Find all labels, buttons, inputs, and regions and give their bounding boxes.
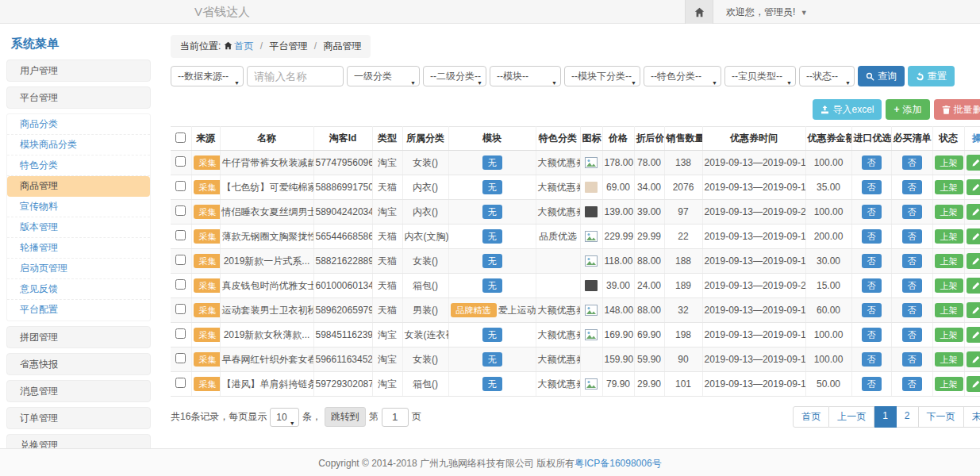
row-checkbox[interactable] — [175, 279, 186, 290]
pager-button[interactable]: 末页 — [964, 406, 980, 428]
jump-page-input[interactable] — [382, 408, 409, 427]
filter-cat1-select[interactable]: 一级分类▼ — [347, 66, 420, 86]
edit-button[interactable] — [967, 302, 980, 318]
module-none-badge[interactable]: 无 — [482, 377, 502, 391]
page-size-select[interactable]: 10 ▼ — [270, 408, 298, 427]
row-checkbox[interactable] — [175, 181, 186, 191]
must-buy-toggle[interactable]: 否 — [902, 229, 922, 244]
module-none-badge[interactable]: 无 — [482, 278, 502, 293]
sidebar-group-item[interactable]: 拼团管理 — [6, 326, 151, 348]
module-brand-badge[interactable]: 品牌精选 — [451, 303, 497, 317]
add-button[interactable]: + 添加 — [886, 99, 929, 120]
pager-button[interactable]: 下一页 — [919, 406, 964, 428]
status-badge[interactable]: 上架 — [935, 278, 963, 293]
pager-button[interactable]: 上一页 — [829, 406, 874, 428]
user-menu[interactable]: 欢迎您，管理员! ▼ — [726, 6, 808, 19]
sidebar-group-item[interactable]: 用户管理 — [6, 60, 151, 82]
import-select-toggle[interactable]: 否 — [862, 155, 882, 170]
row-checkbox[interactable] — [175, 378, 186, 388]
status-badge[interactable]: 上架 — [935, 352, 963, 367]
edit-button[interactable] — [967, 253, 980, 269]
import-select-toggle[interactable]: 否 — [862, 303, 882, 317]
edit-button[interactable] — [967, 327, 980, 343]
status-badge[interactable]: 上架 — [935, 205, 963, 219]
search-button[interactable]: 查询 — [858, 66, 905, 86]
row-checkbox[interactable] — [175, 328, 186, 339]
sidebar-sub-item[interactable]: 商品管理 — [7, 176, 150, 197]
import-select-toggle[interactable]: 否 — [862, 254, 882, 268]
module-none-badge[interactable]: 无 — [482, 328, 502, 342]
edit-button[interactable] — [967, 155, 980, 171]
pager-button[interactable]: 1 — [874, 406, 897, 428]
home-button[interactable] — [685, 0, 713, 24]
module-none-badge[interactable]: 无 — [482, 205, 502, 219]
status-badge[interactable]: 上架 — [935, 377, 963, 391]
status-badge[interactable]: 上架 — [935, 229, 963, 244]
import-select-toggle[interactable]: 否 — [862, 180, 882, 194]
pager-button[interactable]: 首页 — [793, 406, 829, 428]
sidebar-sub-item[interactable]: 版本管理 — [7, 217, 150, 238]
filter-module-select[interactable]: --模块--▼ — [490, 66, 561, 86]
sidebar-group-item[interactable]: 平台管理 — [6, 86, 151, 109]
edit-button[interactable] — [967, 351, 980, 367]
import-select-toggle[interactable]: 否 — [862, 278, 882, 293]
must-buy-toggle[interactable]: 否 — [902, 328, 922, 342]
status-badge[interactable]: 上架 — [935, 328, 963, 342]
status-badge[interactable]: 上架 — [935, 303, 963, 317]
module-none-badge[interactable]: 无 — [482, 254, 502, 268]
must-buy-toggle[interactable]: 否 — [902, 352, 922, 367]
row-checkbox[interactable] — [175, 255, 186, 265]
filter-name-input[interactable] — [247, 66, 344, 86]
import-select-toggle[interactable]: 否 — [862, 229, 882, 244]
row-checkbox[interactable] — [175, 205, 186, 216]
sidebar-sub-item[interactable]: 平台配置 — [7, 300, 150, 321]
sidebar-group-item[interactable]: 订单管理 — [6, 407, 151, 429]
import-select-toggle[interactable]: 否 — [862, 328, 882, 342]
sidebar-group-item[interactable]: 兑换管理 — [6, 434, 151, 448]
sidebar-sub-item[interactable]: 商品分类 — [7, 114, 150, 135]
filter-data-source-select[interactable]: --数据来源--▼ — [171, 66, 244, 86]
pager-button[interactable]: 2 — [897, 406, 919, 428]
import-excel-button[interactable]: 导入excel — [813, 99, 882, 120]
sidebar-sub-item[interactable]: 轮播管理 — [7, 238, 150, 259]
must-buy-toggle[interactable]: 否 — [902, 155, 922, 170]
module-none-badge[interactable]: 无 — [482, 352, 502, 367]
edit-button[interactable] — [967, 179, 980, 195]
sidebar-group-item[interactable]: 省惠快报 — [6, 353, 151, 375]
row-checkbox[interactable] — [175, 353, 186, 363]
sidebar-sub-item[interactable]: 宣传物料 — [7, 197, 150, 217]
row-checkbox[interactable] — [175, 156, 186, 167]
status-badge[interactable]: 上架 — [935, 254, 963, 268]
module-none-badge[interactable]: 无 — [482, 180, 502, 194]
status-badge[interactable]: 上架 — [935, 155, 963, 170]
filter-cat2-select[interactable]: --二级分类--▼ — [423, 66, 486, 86]
edit-button[interactable] — [967, 278, 980, 294]
module-none-badge[interactable]: 无 — [482, 229, 502, 244]
import-select-toggle[interactable]: 否 — [862, 205, 882, 219]
import-select-toggle[interactable]: 否 — [862, 377, 882, 391]
sidebar-sub-item[interactable]: 意见反馈 — [7, 279, 150, 300]
icp-link[interactable]: 粤ICP备16098006号 — [575, 458, 661, 469]
must-buy-toggle[interactable]: 否 — [902, 254, 922, 268]
reset-button[interactable]: 重置 — [908, 66, 955, 86]
sidebar-sub-item[interactable]: 特色分类 — [7, 155, 150, 176]
filter-feature-select[interactable]: --特色分类--▼ — [644, 66, 721, 86]
filter-status-select[interactable]: --状态--▼ — [799, 66, 855, 86]
must-buy-toggle[interactable]: 否 — [902, 205, 922, 219]
must-buy-toggle[interactable]: 否 — [902, 303, 922, 317]
filter-item-type-select[interactable]: --宝贝类型--▼ — [724, 66, 796, 86]
row-checkbox[interactable] — [175, 304, 186, 314]
sidebar-group-item[interactable]: 消息管理 — [6, 380, 151, 402]
sidebar-sub-item[interactable]: 启动页管理 — [7, 259, 150, 279]
must-buy-toggle[interactable]: 否 — [902, 278, 922, 293]
must-buy-toggle[interactable]: 否 — [902, 180, 922, 194]
filter-module-sub-select[interactable]: --模块下分类--▼ — [564, 66, 640, 86]
must-buy-toggle[interactable]: 否 — [902, 377, 922, 391]
edit-button[interactable] — [967, 228, 980, 244]
sidebar-sub-item[interactable]: 模块商品分类 — [7, 135, 150, 155]
batch-delete-button[interactable]: 批量删除 — [934, 99, 980, 120]
module-none-badge[interactable]: 无 — [482, 155, 502, 170]
select-all-checkbox[interactable] — [175, 132, 186, 143]
breadcrumb-home-link[interactable]: 首页 — [234, 40, 253, 52]
import-select-toggle[interactable]: 否 — [862, 352, 882, 367]
